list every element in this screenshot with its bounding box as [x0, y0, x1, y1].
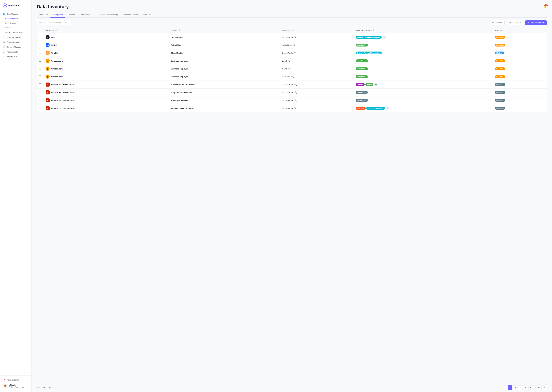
row-checkbox[interactable] [39, 60, 41, 62]
category-tag[interactable]: Financial [356, 107, 366, 110]
page-3-button[interactable]: 3 [518, 385, 523, 390]
row-checkbox[interactable] [39, 107, 41, 109]
category-tag[interactable]: Contact [356, 83, 365, 86]
toolbar-right: ⊞ Columns Export To CSV ⊕ Add Datapoints [490, 20, 547, 25]
export-button[interactable]: Export To CSV [506, 20, 523, 25]
property-cell: Email🔍 [280, 57, 354, 65]
tab-audit-trail[interactable]: Audit Trail [140, 12, 154, 18]
clipboard-icon: 📋 [3, 46, 5, 48]
th-object: OBJECT ⓘ [168, 28, 280, 33]
row-checkbox[interactable] [39, 76, 41, 77]
sidebar-item-data-mapping[interactable]: 🌐 Data Mapping [0, 12, 31, 16]
th-property: PROPERTY ⓘ [280, 28, 354, 33]
category-tag[interactable]: Generic Personal Information [356, 51, 382, 54]
category-tag[interactable]: Unspecified [356, 99, 368, 102]
tab-data-categories[interactable]: Data Categories [77, 12, 96, 18]
extra-count[interactable]: +1 [374, 83, 378, 86]
row-checkbox[interactable] [39, 99, 41, 101]
zoom-icon[interactable]: 🔍 [294, 107, 297, 109]
silo-cell: S3Amazon S3 - 207539467107 [43, 104, 168, 112]
silo-cell: AAda [43, 33, 168, 41]
category-tag[interactable]: Credit Card Number [366, 107, 385, 110]
hexagon-icon: ⬡ [3, 56, 5, 58]
sidebar-item-label: Data Inventory [5, 18, 18, 20]
category-tag[interactable]: User Profile [356, 59, 368, 62]
tab-business-entities[interactable]: Business Entities [121, 12, 140, 18]
tab-vendors[interactable]: Vendors [65, 12, 77, 18]
columns-button[interactable]: ⊞ Columns [490, 20, 505, 25]
purpose-tag[interactable]: Unspec... [495, 107, 505, 110]
row-checkbox[interactable] [39, 91, 41, 93]
sidebar-item-infrastructure[interactable]: ⬡ Infrastructure [0, 54, 31, 59]
property-cell: Global Profile🔍 [280, 81, 354, 89]
prev-page-button[interactable]: ‹ [502, 385, 507, 390]
sidebar-item-privacy-center[interactable]: 🏛 Privacy Center [0, 40, 31, 44]
tab-data-silos[interactable]: Data Silos [37, 12, 51, 18]
th-data-categories: DATA CATEGORIES ⓘ [353, 28, 493, 33]
property-cell: User Role🔍 [280, 73, 354, 81]
globe-icon: 🌐 [3, 13, 5, 15]
purpose-tag[interactable]: Marke... [495, 51, 504, 54]
notification-button[interactable]: 🔔 273 [543, 5, 547, 8]
row-checkbox[interactable] [39, 68, 41, 70]
row-checkbox[interactable] [39, 44, 41, 46]
sidebar-item-consent-manager[interactable]: 📋 Consent Manager [0, 44, 31, 49]
object-cell: AdRoll User [168, 41, 280, 49]
select-all-checkbox[interactable] [39, 29, 41, 31]
category-tag[interactable]: User Profile [356, 67, 368, 70]
add-datapoints-button[interactable]: ⊕ Add Datapoints [525, 20, 547, 25]
purpose-tag[interactable]: Basic S... [495, 75, 505, 78]
zoom-icon[interactable]: 🔍 [294, 36, 297, 38]
zoom-icon[interactable]: 🔍 [294, 99, 297, 101]
purpose-tag[interactable]: Basic S... [495, 67, 505, 70]
page-1-button[interactable]: 1 [508, 385, 512, 390]
page-5-button[interactable]: 5 [528, 385, 533, 390]
purpose-tag[interactable]: Unspec... [495, 99, 505, 102]
last-page-button[interactable]: 1633 [537, 385, 542, 390]
row-checkbox[interactable] [39, 83, 41, 85]
sidebar-item-assessments[interactable]: 📊 Assessments [0, 49, 31, 54]
filter-input[interactable]: 🔍 Click to filter datapoints ⊕ [37, 20, 71, 25]
sidebar-item-data-inventory[interactable]: Data Inventory [0, 16, 31, 21]
zoom-icon[interactable]: 🔍 [293, 44, 295, 46]
page-4-button[interactable]: 4 [523, 385, 528, 390]
row-checkbox[interactable] [39, 52, 41, 54]
categories-cell: Unspecified [353, 89, 493, 97]
purpose-tag[interactable]: Basic S... [495, 59, 505, 62]
purpose-tag[interactable]: Basic S... [495, 36, 505, 39]
category-tag[interactable]: Phone [365, 83, 373, 86]
sidebar-item-label: Content Classification [5, 31, 22, 34]
sidebar-item-content-classification[interactable]: Content Classification [0, 30, 31, 35]
category-tag[interactable]: User Profile [356, 75, 368, 78]
zoom-icon[interactable]: 🔍 [288, 68, 290, 70]
extra-count[interactable]: +1 [383, 35, 386, 39]
info-icon: ⓘ [292, 29, 294, 31]
purpose-tag[interactable]: Basic S... [495, 44, 505, 47]
next-page-button[interactable]: › [542, 385, 547, 390]
sidebar-item-privacy-requests[interactable]: 💬 Privacy Requests [0, 35, 31, 40]
tab-purposes-of-processing[interactable]: Purposes of Processing [96, 12, 121, 18]
zoom-icon[interactable]: 🔍 [291, 76, 294, 78]
extra-count[interactable]: +1 [386, 107, 389, 110]
category-tag[interactable]: Unspecified [356, 91, 368, 94]
sidebar-item-data-reports[interactable]: Data Reports [0, 21, 31, 26]
page-2-button[interactable]: 2 [513, 385, 517, 390]
silo-cell: aAmazon.com [43, 57, 168, 65]
zoom-icon[interactable]: 🔍 [288, 60, 290, 62]
purpose-tag[interactable]: Unspec... [495, 91, 505, 94]
tab-datapoints[interactable]: Datapoints [51, 12, 65, 18]
zoom-icon[interactable]: 🔍 [294, 83, 297, 86]
purpose-tag[interactable]: Unspec... [495, 83, 505, 86]
category-tag[interactable]: Generic Personal Information [356, 36, 382, 39]
user-profile[interactable]: 🎁 eShopIt Anthony Abercrombie ▾ [0, 382, 31, 390]
property-value: Name [282, 68, 287, 70]
row-checkbox[interactable] [39, 36, 41, 38]
sidebar-item-ropa[interactable]: ROPA [0, 26, 31, 30]
zoom-icon[interactable]: 🔍 [294, 52, 297, 54]
ask-question-item[interactable]: ❓ Ask a question [0, 377, 31, 382]
add-filter-icon: ⊕ [64, 21, 66, 24]
category-tag[interactable]: User Profile [356, 44, 368, 47]
zoom-icon[interactable]: 🔍 [294, 91, 297, 94]
tabs: Data Silos Datapoints Vendors Data Categ… [37, 12, 547, 18]
notification-badge: 273 [544, 4, 548, 6]
